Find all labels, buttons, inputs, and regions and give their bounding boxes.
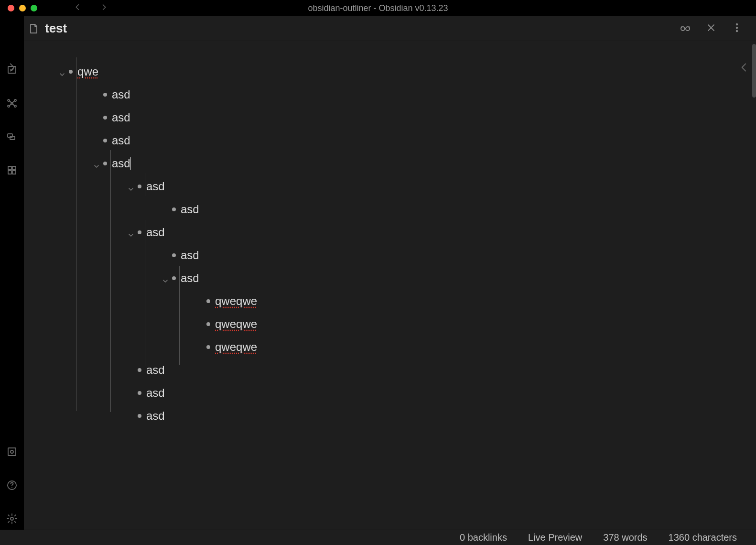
bullet-icon [103, 162, 107, 165]
outline-item[interactable]: qweqwe [38, 313, 742, 336]
outline-item-text[interactable]: asd [112, 157, 130, 170]
bullet-icon [138, 185, 141, 188]
text-caret [130, 157, 131, 170]
bullet-icon [103, 116, 107, 120]
outline-item-text[interactable]: qweqwe [215, 340, 257, 354]
tab-actions [680, 22, 743, 35]
outline-item[interactable]: asd [38, 221, 742, 244]
left-ribbon-bottom [0, 446, 24, 528]
outline-item[interactable]: qweqwe [38, 336, 742, 359]
expand-left-sidebar-icon[interactable] [6, 61, 18, 74]
svg-rect-8 [8, 166, 11, 170]
forward-button[interactable] [99, 3, 108, 13]
main-pane: test qweasdasdasdasdasdasdasdasdasdqweqw… [24, 16, 756, 530]
outline-item-text[interactable]: asd [146, 363, 165, 377]
close-tab-icon[interactable] [705, 22, 717, 35]
history-nav [74, 3, 108, 13]
outline-item[interactable]: asd [38, 198, 742, 221]
workspace: test qweasdasdasdasdasdasdasdasdasdqweqw… [0, 16, 756, 530]
bullet-icon [138, 368, 141, 372]
outline-item[interactable]: asd [38, 244, 742, 267]
bullet-icon [138, 391, 141, 395]
svg-point-15 [11, 517, 13, 520]
outline-item-text[interactable]: asd [112, 111, 130, 124]
outline-item-text[interactable]: qweqwe [215, 294, 257, 308]
status-mode[interactable]: Live Preview [528, 532, 582, 543]
outline-item[interactable]: asd [38, 106, 742, 129]
outline-item[interactable]: asd [38, 129, 742, 152]
outline-item[interactable]: asd [38, 382, 742, 404]
svg-point-19 [736, 27, 738, 28]
outline-item-text[interactable]: asd [181, 249, 199, 262]
svg-point-20 [736, 30, 738, 32]
bullet-icon [138, 414, 141, 418]
bullet-icon [172, 207, 176, 211]
svg-rect-12 [8, 448, 16, 456]
outline-item-text[interactable]: qwe [77, 65, 98, 78]
bullet-icon [103, 139, 107, 142]
outline-item-text[interactable]: asd [112, 134, 130, 147]
outline-item-text[interactable]: qweqwe [215, 317, 257, 331]
outline-item-text[interactable]: asd [181, 203, 199, 216]
settings-icon[interactable] [6, 513, 18, 524]
outline-item[interactable]: qwe [38, 60, 742, 83]
outline-item[interactable]: asd [38, 175, 742, 198]
outline-item[interactable]: asd [38, 359, 742, 382]
window-title: obsidian-outliner - Obsidian v0.13.23 [0, 3, 756, 13]
status-words: 378 words [603, 532, 647, 543]
outline-item[interactable]: asd [38, 83, 742, 106]
fold-toggle-icon[interactable] [127, 183, 135, 190]
outline-item-text[interactable]: asd [146, 386, 165, 400]
back-button[interactable] [74, 3, 82, 13]
maximize-window-button[interactable] [31, 5, 37, 11]
fold-toggle-icon[interactable] [162, 274, 169, 282]
tab-title: test [45, 21, 67, 36]
canvas-icon[interactable] [6, 131, 18, 142]
status-bar: 0 backlinks Live Preview 378 words 1360 … [0, 530, 756, 545]
minimize-window-button[interactable] [19, 5, 26, 11]
outline-item[interactable]: qweqwe [38, 290, 742, 313]
outline-item-text[interactable]: asd [146, 226, 165, 239]
reading-mode-icon[interactable] [680, 22, 691, 35]
vault-icon[interactable] [6, 446, 18, 458]
fold-toggle-icon[interactable] [127, 229, 135, 236]
outline-item[interactable]: asd [38, 267, 742, 290]
bullet-icon [138, 230, 141, 234]
scrollbar-thumb[interactable] [752, 44, 756, 98]
window-controls [0, 5, 37, 11]
outline-item-text[interactable]: asd [146, 409, 165, 423]
close-window-button[interactable] [8, 5, 14, 11]
outline-item[interactable]: asd [38, 152, 742, 175]
fold-toggle-icon[interactable] [93, 160, 100, 167]
outline-item-text[interactable]: asd [112, 88, 130, 101]
svg-rect-9 [12, 166, 16, 170]
editor-body[interactable]: qweasdasdasdasdasdasdasdasdasdqweqweqweq… [24, 41, 756, 530]
bullet-icon [172, 276, 176, 280]
tab-header: test [24, 16, 756, 41]
file-icon [28, 23, 39, 34]
bullet-icon [172, 253, 176, 257]
bullet-icon [206, 345, 210, 349]
outline-item-text[interactable]: asd [181, 272, 199, 285]
bullet-icon [69, 70, 73, 74]
help-icon[interactable] [6, 480, 18, 491]
svg-point-18 [736, 23, 738, 25]
outline-item[interactable]: asd [38, 404, 742, 427]
svg-rect-10 [8, 171, 11, 174]
daily-notes-icon[interactable] [6, 164, 18, 176]
fold-toggle-icon[interactable] [58, 68, 66, 76]
status-backlinks[interactable]: 0 backlinks [460, 532, 507, 543]
svg-point-13 [11, 450, 13, 453]
bullet-icon [206, 299, 210, 303]
graph-view-icon[interactable] [6, 98, 18, 109]
status-characters: 1360 characters [669, 532, 737, 543]
bullet-icon [206, 322, 210, 326]
titlebar: obsidian-outliner - Obsidian v0.13.23 [0, 0, 756, 16]
more-options-icon[interactable] [731, 22, 743, 35]
svg-rect-11 [12, 171, 16, 174]
bullet-icon [103, 93, 107, 97]
outline-item-text[interactable]: asd [146, 180, 165, 193]
